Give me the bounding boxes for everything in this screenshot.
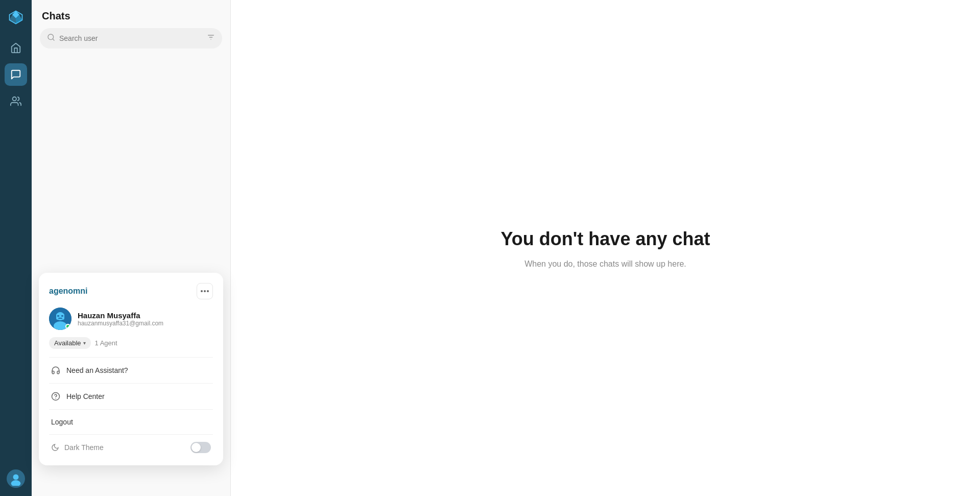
headset-icon — [51, 366, 60, 375]
status-badge[interactable]: Available ▾ — [49, 337, 91, 349]
chats-panel: Chats agenomni — [32, 0, 231, 496]
user-details: Hauzan Musyaffa hauzanmusyaffa31@gmail.c… — [78, 311, 163, 327]
popup-header: agenomni — [49, 283, 213, 299]
chevron-down-icon: ▾ — [83, 340, 86, 346]
help-center-label: Help Center — [66, 392, 105, 400]
empty-state: You don't have any chat When you do, tho… — [501, 227, 710, 269]
status-row: Available ▾ 1 Agent — [49, 337, 213, 349]
workspace-name: agenomni — [49, 287, 88, 296]
svg-point-8 — [201, 290, 203, 292]
search-bar — [40, 28, 222, 49]
app-logo[interactable] — [7, 8, 25, 27]
svg-rect-17 — [58, 318, 62, 319]
status-text: Available — [54, 339, 81, 347]
main-content: You don't have any chat When you do, tho… — [231, 0, 980, 496]
svg-point-9 — [204, 290, 206, 292]
help-center-item[interactable]: Help Center — [49, 386, 213, 407]
theme-row: Dark Theme — [49, 437, 213, 455]
more-options-button[interactable] — [197, 283, 213, 299]
user-name: Hauzan Musyaffa — [78, 311, 163, 320]
need-assistant-item[interactable]: Need an Assistant? — [49, 360, 213, 381]
divider-2 — [49, 383, 213, 384]
divider-1 — [49, 357, 213, 358]
empty-subtitle: When you do, those chats will show up he… — [501, 259, 710, 269]
divider-3 — [49, 409, 213, 410]
svg-point-10 — [207, 290, 209, 292]
nav-item-home[interactable] — [5, 37, 27, 59]
icon-nav — [0, 0, 32, 496]
user-email: hauzanmusyaffa31@gmail.com — [78, 320, 163, 327]
user-popup-card: agenomni — [39, 273, 223, 465]
svg-point-0 — [13, 97, 16, 101]
search-icon — [47, 33, 55, 43]
svg-rect-19 — [60, 312, 61, 314]
svg-point-2 — [11, 480, 21, 486]
moon-icon — [51, 443, 59, 452]
avatar — [49, 308, 71, 330]
empty-title: You don't have any chat — [501, 227, 710, 251]
svg-rect-15 — [57, 315, 59, 317]
logout-item[interactable]: Logout — [49, 412, 213, 432]
need-assistant-label: Need an Assistant? — [66, 366, 128, 374]
dark-theme-toggle[interactable] — [190, 442, 211, 453]
svg-point-1 — [13, 474, 19, 480]
nav-item-chat[interactable] — [5, 63, 27, 86]
theme-left: Dark Theme — [51, 443, 104, 452]
help-icon — [51, 392, 60, 401]
logout-label: Logout — [51, 418, 73, 426]
chats-title: Chats — [32, 0, 230, 28]
dark-theme-label: Dark Theme — [64, 443, 104, 452]
svg-rect-16 — [61, 315, 63, 317]
search-input[interactable] — [59, 34, 203, 42]
agent-count: 1 Agent — [95, 339, 117, 347]
online-indicator — [65, 324, 70, 329]
divider-4 — [49, 434, 213, 435]
filter-icon[interactable] — [207, 33, 215, 43]
svg-line-4 — [53, 39, 54, 40]
user-avatar-nav[interactable] — [7, 469, 25, 488]
user-info: Hauzan Musyaffa hauzanmusyaffa31@gmail.c… — [49, 308, 213, 330]
nav-item-contacts[interactable] — [5, 90, 27, 112]
